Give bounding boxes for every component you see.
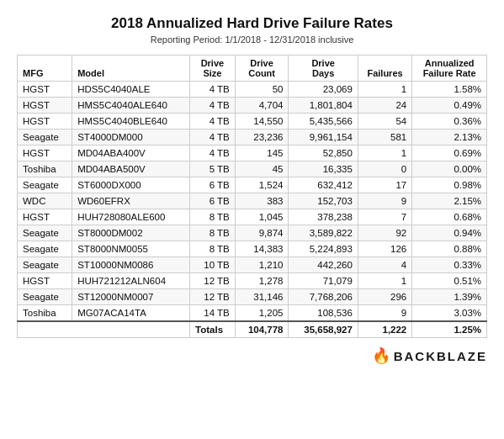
col-header-drive-days: DriveDays [289, 56, 358, 82]
cell-drive-days: 1,801,804 [289, 98, 358, 114]
cell-failures: 581 [358, 130, 411, 145]
cell-failures: 24 [358, 98, 411, 114]
cell-failures: 4 [358, 257, 411, 273]
cell-model: ST12000NM0007 [72, 289, 190, 305]
table-row: Toshiba MG07ACA14TA 14 TB 1,205 108,536 … [18, 305, 487, 322]
cell-mfg: Seagate [18, 225, 72, 241]
cell-drive-size: 8 TB [190, 241, 236, 257]
cell-drive-days: 5,224,893 [289, 241, 358, 257]
table-row: HGST HUH728080ALE600 8 TB 1,045 378,238 … [18, 209, 487, 225]
cell-failures: 296 [358, 289, 411, 305]
cell-drive-size: 12 TB [190, 289, 236, 305]
cell-failures: 17 [358, 177, 411, 193]
logo-text: BACKBLAZE [394, 349, 487, 363]
cell-drive-days: 7,768,206 [289, 289, 358, 305]
col-header-drive-size: DriveSize [190, 56, 236, 82]
cell-failures: 9 [358, 305, 411, 322]
cell-mfg: Seagate [18, 241, 72, 257]
cell-failures: 126 [358, 241, 411, 257]
cell-drive-size: 12 TB [190, 273, 236, 289]
cell-mfg: WDC [18, 193, 72, 209]
cell-mfg: HGST [18, 209, 72, 225]
cell-model: HMS5C4040BLE640 [72, 114, 190, 130]
cell-mfg: HGST [18, 145, 72, 161]
cell-drive-count: 14,550 [235, 114, 289, 130]
cell-failures: 9 [358, 193, 411, 209]
cell-drive-size: 4 TB [190, 98, 236, 114]
cell-drive-days: 632,412 [289, 177, 358, 193]
cell-drive-days: 5,435,566 [289, 114, 358, 130]
totals-drive-count: 104,778 [235, 321, 289, 338]
totals-label [18, 321, 190, 338]
cell-failures: 0 [358, 161, 411, 177]
cell-drive-count: 1,210 [235, 257, 289, 273]
cell-drive-size: 4 TB [190, 82, 236, 98]
col-header-mfg: MFG [18, 56, 72, 82]
table-row: Seagate ST12000NM0007 12 TB 31,146 7,768… [18, 289, 487, 305]
cell-mfg: Seagate [18, 289, 72, 305]
cell-drive-count: 1,045 [235, 209, 289, 225]
cell-mfg: Seagate [18, 130, 72, 145]
cell-drive-size: 4 TB [190, 114, 236, 130]
col-header-failure-rate: AnnualizedFailure Rate [412, 56, 487, 82]
cell-drive-count: 9,874 [235, 225, 289, 241]
cell-model: ST4000DM000 [72, 130, 190, 145]
cell-failures: 1 [358, 273, 411, 289]
col-header-drive-count: DriveCount [235, 56, 289, 82]
cell-drive-count: 383 [235, 193, 289, 209]
cell-failure-rate: 0.69% [412, 145, 487, 161]
cell-failure-rate: 0.68% [412, 209, 487, 225]
cell-drive-count: 1,524 [235, 177, 289, 193]
cell-failure-rate: 0.00% [412, 161, 487, 177]
cell-model: HUH728080ALE600 [72, 209, 190, 225]
cell-failure-rate: 0.49% [412, 98, 487, 114]
col-header-model: Model [72, 56, 190, 82]
cell-failure-rate: 2.15% [412, 193, 487, 209]
data-table: MFG Model DriveSize DriveCount DriveDays… [17, 55, 487, 338]
cell-drive-size: 6 TB [190, 177, 236, 193]
table-row: HGST HMS5C4040ALE640 4 TB 4,704 1,801,80… [18, 98, 487, 114]
cell-drive-size: 8 TB [190, 209, 236, 225]
cell-mfg: HGST [18, 82, 72, 98]
table-row: HGST HDS5C4040ALE 4 TB 50 23,069 1 1.58% [18, 82, 487, 98]
cell-mfg: HGST [18, 114, 72, 130]
cell-drive-days: 108,536 [289, 305, 358, 322]
table-header-row: MFG Model DriveSize DriveCount DriveDays… [18, 56, 487, 82]
cell-model: MD04ABA500V [72, 161, 190, 177]
cell-drive-size: 5 TB [190, 161, 236, 177]
table-row: Seagate ST4000DM000 4 TB 23,236 9,961,15… [18, 130, 487, 145]
cell-drive-days: 378,238 [289, 209, 358, 225]
cell-model: HMS5C4040ALE640 [72, 98, 190, 114]
cell-failures: 7 [358, 209, 411, 225]
table-row: Seagate ST8000DM002 8 TB 9,874 3,589,822… [18, 225, 487, 241]
cell-failure-rate: 1.58% [412, 82, 487, 98]
cell-mfg: Seagate [18, 257, 72, 273]
table-row: HGST MD04ABA400V 4 TB 145 52,850 1 0.69% [18, 145, 487, 161]
cell-model: WD60EFRX [72, 193, 190, 209]
logo-area: 🔥 BACKBLAZE [372, 346, 487, 365]
cell-drive-count: 45 [235, 161, 289, 177]
table-row: HGST HUH721212ALN604 12 TB 1,278 71,079 … [18, 273, 487, 289]
cell-mfg: Toshiba [18, 161, 72, 177]
cell-drive-count: 50 [235, 82, 289, 98]
totals-drive-days: 35,658,927 [289, 321, 358, 338]
cell-model: HUH721212ALN604 [72, 273, 190, 289]
cell-drive-size: 4 TB [190, 130, 236, 145]
totals-failure-rate: 1.25% [412, 321, 487, 338]
subtitle: Reporting Period: 1/1/2018 - 12/31/2018 … [151, 34, 354, 45]
col-header-failures: Failures [358, 56, 411, 82]
cell-failure-rate: 0.51% [412, 273, 487, 289]
cell-model: MG07ACA14TA [72, 305, 190, 322]
cell-drive-count: 1,205 [235, 305, 289, 322]
cell-drive-days: 52,850 [289, 145, 358, 161]
cell-drive-count: 145 [235, 145, 289, 161]
cell-model: MD04ABA400V [72, 145, 190, 161]
cell-drive-size: 4 TB [190, 145, 236, 161]
page-title: 2018 Annualized Hard Drive Failure Rates [111, 15, 393, 32]
cell-model: ST8000NM0055 [72, 241, 190, 257]
table-row: Seagate ST8000NM0055 8 TB 14,383 5,224,8… [18, 241, 487, 257]
cell-failure-rate: 0.33% [412, 257, 487, 273]
cell-mfg: HGST [18, 98, 72, 114]
cell-mfg: HGST [18, 273, 72, 289]
totals-row: Totals 104,778 35,658,927 1,222 1.25% [18, 321, 487, 338]
